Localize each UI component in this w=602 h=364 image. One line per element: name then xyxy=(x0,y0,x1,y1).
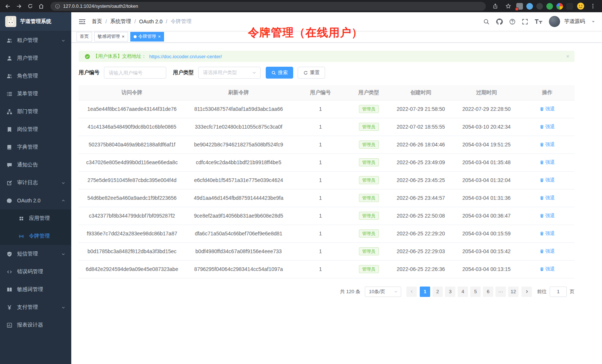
page-button[interactable]: 3 xyxy=(445,287,455,297)
help-icon[interactable] xyxy=(509,19,516,25)
expire-time-cell: 2054-03-04 00:15:59 xyxy=(453,225,520,242)
sidebar-item-sms[interactable]: 短信管理 xyxy=(0,245,71,263)
search-button[interactable]: 搜索 xyxy=(266,67,293,79)
extension-icon[interactable] xyxy=(546,3,553,10)
page-button[interactable]: 5 xyxy=(470,287,481,297)
force-logout-button[interactable]: 强退 xyxy=(540,141,555,148)
page-button[interactable]: 4 xyxy=(458,287,468,297)
page-button[interactable]: 12 xyxy=(508,287,518,297)
search-icon[interactable] xyxy=(483,19,490,25)
sidebar-item-oauth2-app[interactable]: 应用管理 xyxy=(0,209,71,227)
user-type-badge: 管理员 xyxy=(359,158,379,166)
font-size-icon[interactable] xyxy=(534,19,543,24)
delete-icon xyxy=(540,107,544,111)
extension-icon[interactable] xyxy=(516,3,523,10)
tab-sensitive-word[interactable]: 敏感词管理 × xyxy=(94,32,128,42)
page-button[interactable]: 2 xyxy=(432,287,443,297)
user-id-input[interactable] xyxy=(104,67,166,79)
app-logo xyxy=(5,16,16,27)
share-icon[interactable] xyxy=(490,1,500,11)
col-user-type: 用户类型 xyxy=(349,85,389,100)
sidebar-item-report-designer[interactable]: 报表设计器 xyxy=(0,316,71,334)
forward-icon[interactable] xyxy=(14,1,24,11)
annotation-text: 令牌管理（在线用户） xyxy=(248,25,363,40)
extension-icon[interactable] xyxy=(526,3,533,10)
back-icon[interactable] xyxy=(3,1,13,11)
prev-page-button[interactable] xyxy=(406,287,417,297)
extension-icon[interactable] xyxy=(556,3,563,10)
expire-time-cell: 2054-03-04 00:13:15 xyxy=(453,260,520,278)
close-icon[interactable]: × xyxy=(122,34,125,39)
sidebar-item-sensitive-word[interactable]: 敏感词管理 xyxy=(0,281,71,298)
sidebar-item-menu[interactable]: 菜单管理 xyxy=(0,85,71,103)
page-button[interactable]: ··· xyxy=(495,287,506,297)
sidebar-item-pay[interactable]: 支付管理 xyxy=(0,298,71,316)
bookmark-star-icon[interactable] xyxy=(503,1,513,11)
address-bar[interactable]: 127.0.0.1:1024/system/oauth2/token xyxy=(50,2,486,11)
close-icon[interactable]: × xyxy=(566,53,569,59)
force-logout-button[interactable]: 强退 xyxy=(540,106,555,112)
page-button[interactable]: 6 xyxy=(483,287,493,297)
force-logout-button[interactable]: 强退 xyxy=(540,266,555,272)
table-row: b0d1785bc3a8482f812db4a3f3bd15ec b0df498… xyxy=(79,242,575,260)
force-logout-button[interactable]: 强退 xyxy=(540,123,555,130)
chevron-down-icon[interactable] xyxy=(591,20,595,24)
tab-token[interactable]: 令牌管理 × xyxy=(130,32,164,42)
force-logout-button[interactable]: 强退 xyxy=(540,195,555,201)
sidebar-item-audit-log[interactable]: 审计日志 xyxy=(0,174,71,192)
goto-label: 前往 xyxy=(537,288,547,295)
site-info-icon[interactable] xyxy=(55,4,60,9)
sidebar-item-role[interactable]: 角色管理 xyxy=(0,67,71,85)
user-name[interactable]: 芋道源码 xyxy=(564,18,585,25)
browser-menu-icon[interactable] xyxy=(588,1,598,11)
home-icon[interactable] xyxy=(36,1,46,11)
user-id-cell: 1 xyxy=(292,136,349,153)
notice-icon xyxy=(6,162,13,168)
breadcrumb-system[interactable]: 系统管理 xyxy=(110,18,131,25)
app-logo-area[interactable]: 芋道管理系统 xyxy=(0,12,71,31)
force-logout-button[interactable]: 强退 xyxy=(540,159,555,166)
col-expires: 过期时间 xyxy=(453,85,520,100)
user-avatar[interactable] xyxy=(549,16,560,27)
sidebar-item-tenant[interactable]: 租户管理 xyxy=(0,32,71,49)
close-icon[interactable]: × xyxy=(158,34,161,39)
header-actions: 芋道源码 xyxy=(483,16,595,27)
breadcrumb-oauth2[interactable]: OAuth 2.0 xyxy=(139,19,163,24)
sidebar-toggle[interactable] xyxy=(75,18,89,25)
expire-time-cell: 2054-03-10 20:42:34 xyxy=(453,118,520,136)
sidebar-item-error-code[interactable]: 错误码管理 xyxy=(0,263,71,281)
page-jump-input[interactable] xyxy=(550,287,567,297)
table-row: 1ea5e44f8bc1467aaede43144f31de76 811c530… xyxy=(79,100,575,118)
sidebar-item-oauth2-token[interactable]: 令牌管理 xyxy=(0,227,71,245)
page-button[interactable]: 1 xyxy=(420,287,430,297)
sidebar-item-oauth2[interactable]: OAuth 2.0 xyxy=(0,192,71,209)
user-id-cell: 1 xyxy=(292,207,349,225)
user-type-cell: 管理员 xyxy=(349,136,389,153)
fullscreen-icon[interactable] xyxy=(522,19,528,25)
action-cell: 强退 xyxy=(520,207,575,225)
sidebar-item-user[interactable]: 用户管理 xyxy=(0,49,71,67)
github-icon[interactable] xyxy=(496,18,503,25)
table-header: 访问令牌 刷新令牌 用户编号 用户类型 创建时间 过期时间 操作 xyxy=(79,85,575,100)
app-icon xyxy=(18,216,24,221)
next-page-button[interactable] xyxy=(521,287,532,297)
doc-link[interactable]: https://doc.iocoder.cn/user-center/ xyxy=(149,54,222,59)
extension-icon[interactable] xyxy=(566,3,573,10)
sidebar-item-notice[interactable]: 通知公告 xyxy=(0,156,71,174)
extension-icon[interactable] xyxy=(536,3,543,10)
force-logout-button[interactable]: 强退 xyxy=(540,177,555,183)
profile-avatar[interactable] xyxy=(576,2,585,10)
force-logout-button[interactable]: 强退 xyxy=(540,230,555,237)
tab-home[interactable]: 首页 xyxy=(76,32,92,42)
sidebar-item-dept[interactable]: 部门管理 xyxy=(0,103,71,120)
page-size-select[interactable]: 10条/页 xyxy=(365,287,401,297)
force-logout-button[interactable]: 强退 xyxy=(540,248,555,255)
reset-button[interactable]: 重置 xyxy=(298,67,325,79)
user-type-select[interactable]: 请选择用户类型 xyxy=(198,67,261,79)
refresh-icon[interactable] xyxy=(25,1,35,11)
breadcrumb-home[interactable]: 首页 xyxy=(92,18,102,25)
sidebar-item-post[interactable]: 岗位管理 xyxy=(0,120,71,138)
sidebar-item-dict[interactable]: 字典管理 xyxy=(0,138,71,156)
chevron-down-icon xyxy=(394,289,398,294)
force-logout-button[interactable]: 强退 xyxy=(540,212,555,219)
